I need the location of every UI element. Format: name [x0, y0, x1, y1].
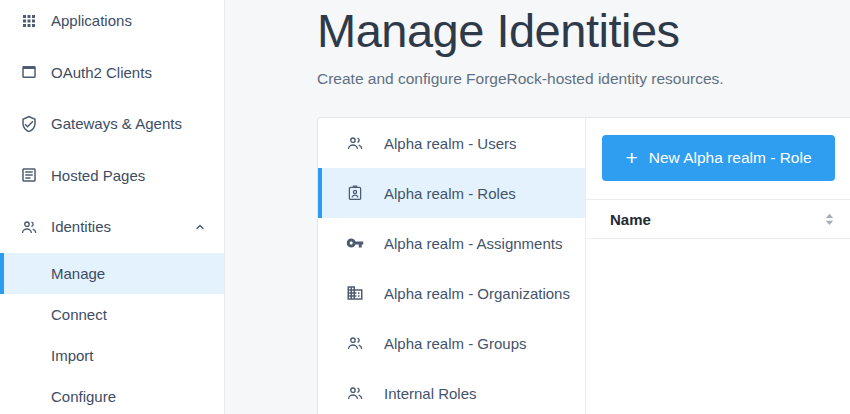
sidebar-item-label: Gateways & Agents [51, 115, 182, 132]
resource-item-label: Alpha realm - Roles [384, 185, 516, 202]
resource-item-label: Alpha realm - Assignments [384, 235, 562, 252]
key-icon [346, 234, 364, 252]
table-empty-area [586, 239, 850, 414]
sort-icon[interactable] [823, 212, 836, 227]
sidebar-item-gateways-agents[interactable]: Gateways & Agents [0, 98, 224, 150]
chevron-up-icon [194, 221, 206, 233]
badge-icon [346, 184, 364, 202]
sidebar-subitem-configure[interactable]: Configure [0, 376, 224, 414]
sidebar-subitem-label: Import [51, 347, 94, 364]
sidebar-item-oauth2-clients[interactable]: OAuth2 Clients [0, 47, 224, 99]
sidebar-subitem-manage[interactable]: Manage [0, 253, 224, 294]
sidebar-item-label: Applications [51, 12, 132, 29]
main-content: Manage Identities Create and configure F… [225, 0, 850, 414]
resource-item-alpha-organizations[interactable]: Alpha realm - Organizations [318, 268, 585, 318]
sidebar-item-applications[interactable]: Applications [0, 0, 224, 47]
sidebar-item-label: Identities [51, 218, 111, 235]
sidebar-subitem-label: Connect [51, 306, 107, 323]
resource-item-alpha-roles[interactable]: Alpha realm - Roles [318, 168, 585, 218]
sidebar: Applications OAuth2 Clients Gateways & A… [0, 0, 225, 414]
sidebar-item-label: Hosted Pages [51, 167, 145, 184]
window-icon [20, 63, 38, 81]
column-header-name[interactable]: Name [610, 211, 651, 228]
resource-item-label: Alpha realm - Users [384, 135, 517, 152]
resource-item-internal-roles[interactable]: Internal Roles [318, 368, 585, 414]
page-subtitle: Create and configure ForgeRock-hosted id… [317, 70, 724, 88]
sidebar-nav: Applications OAuth2 Clients Gateways & A… [0, 0, 224, 414]
page-title: Manage Identities [317, 3, 680, 59]
shield-check-icon [20, 115, 38, 133]
apps-grid-icon [20, 12, 38, 30]
resource-item-alpha-groups[interactable]: Alpha realm - Groups [318, 318, 585, 368]
resource-item-alpha-assignments[interactable]: Alpha realm - Assignments [318, 218, 585, 268]
people-icon [346, 134, 364, 152]
sidebar-item-hosted-pages[interactable]: Hosted Pages [0, 150, 224, 202]
sidebar-subitem-label: Configure [51, 388, 116, 405]
people-icon [20, 218, 38, 236]
sidebar-item-identities[interactable]: Identities [0, 201, 224, 253]
identities-card: Alpha realm - Users Alpha realm - Roles … [317, 117, 850, 414]
resource-item-label: Alpha realm - Organizations [384, 285, 570, 302]
resource-item-alpha-users[interactable]: Alpha realm - Users [318, 118, 585, 168]
people-icon [346, 384, 364, 402]
resource-list: Alpha realm - Users Alpha realm - Roles … [318, 118, 586, 414]
plus-icon: + [625, 147, 637, 168]
document-icon [20, 166, 38, 184]
sidebar-subitem-connect[interactable]: Connect [0, 294, 224, 335]
roles-panel: + New Alpha realm - Role Name [586, 118, 850, 414]
resource-item-label: Internal Roles [384, 385, 477, 402]
building-icon [346, 284, 364, 302]
sidebar-item-label: OAuth2 Clients [51, 64, 152, 81]
sidebar-subitem-label: Manage [51, 265, 105, 282]
sidebar-subitem-import[interactable]: Import [0, 335, 224, 376]
new-role-button[interactable]: + New Alpha realm - Role [602, 135, 835, 181]
resource-item-label: Alpha realm - Groups [384, 335, 527, 352]
table-header-row: Name [586, 199, 850, 239]
people-icon [346, 334, 364, 352]
new-role-button-label: New Alpha realm - Role [649, 149, 812, 167]
